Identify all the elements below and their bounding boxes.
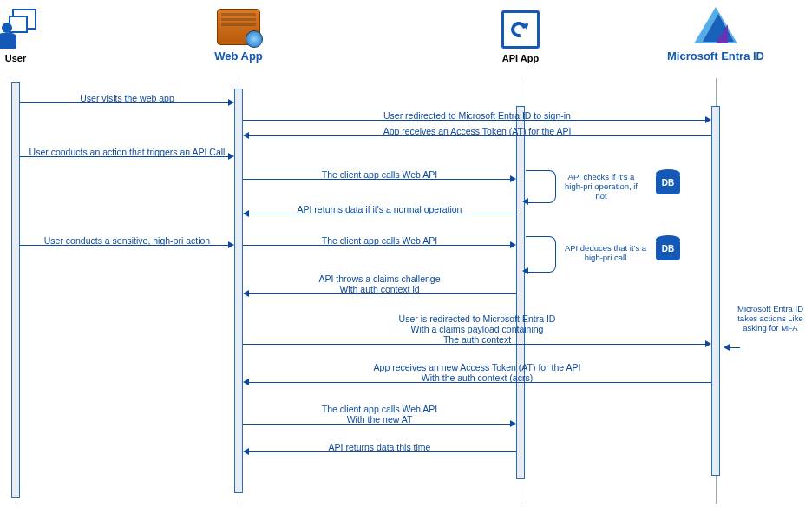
msg-m11: App receives an new Access Token (AT) fo…	[243, 363, 711, 384]
arrow-line-m1	[20, 102, 228, 103]
actor-user-label: User	[0, 53, 68, 63]
actor-web-app: Web App	[187, 9, 291, 63]
arrow-head-m6	[243, 210, 249, 217]
arrow-line-m5	[243, 179, 510, 180]
api-self-call-2-head	[522, 267, 528, 274]
note-n2: API deduces that it's a high-pri call	[562, 243, 649, 262]
arrow-head-m9	[243, 290, 249, 297]
arrow-line-m6	[249, 214, 516, 214]
actor-entra: Microsoft Entra ID	[664, 7, 768, 63]
actor-api-label: API App	[468, 53, 573, 63]
user-icon	[0, 7, 36, 49]
activation-entra	[711, 106, 720, 476]
msg-m10: User is redirected to Microsoft Entra ID…	[243, 314, 711, 346]
arrow-head-m8	[510, 241, 516, 248]
arrow-line-m9	[249, 293, 516, 294]
arrow-line-m4	[20, 156, 228, 157]
arrow-line-m8	[243, 245, 510, 246]
database-icon-db2	[656, 240, 680, 260]
arrow-head-m13	[243, 448, 249, 455]
arrow-line-m7	[20, 245, 228, 246]
activation-api	[516, 106, 525, 479]
arrow-head-m5	[510, 175, 516, 182]
arrow-line-m11	[249, 382, 711, 383]
msg-m9: API throws a claims challengeWith auth c…	[243, 274, 516, 295]
arrow-head-m11	[243, 379, 249, 386]
api-self-call-2	[526, 236, 556, 273]
api-self-call-1	[526, 170, 556, 203]
arrow-line-m13	[249, 451, 516, 452]
arrow-head-m2	[705, 116, 711, 123]
api-icon	[501, 10, 540, 49]
arrow-head-m10	[705, 340, 711, 347]
msg-m12: The client app calls Web APIWith the new…	[243, 405, 516, 425]
entra-action-arrow	[724, 344, 730, 351]
activation-web	[234, 89, 243, 493]
sequence-diagram: User Web App API App Microsoft Entra ID …	[0, 0, 812, 514]
arrow-head-m7	[228, 241, 234, 248]
note-n1: API checks if it's a high-pri operation,…	[562, 172, 640, 201]
actor-web-label: Web App	[187, 49, 291, 63]
server-icon	[217, 9, 260, 45]
arrow-head-m3	[243, 132, 249, 139]
entra-icon	[694, 7, 737, 45]
actor-entra-label: Microsoft Entra ID	[664, 49, 768, 63]
arrow-line-m2	[243, 120, 705, 121]
arrow-head-m1	[228, 99, 234, 106]
arrow-line-m12	[243, 424, 510, 425]
note-n3: Microsoft Entra ID takes actions Like as…	[734, 304, 807, 333]
api-self-call-1-head	[522, 198, 528, 205]
activation-user	[11, 82, 20, 498]
actor-api-app: API App	[468, 10, 573, 63]
database-icon-db1	[656, 174, 680, 194]
actor-user: User	[0, 7, 68, 63]
arrow-head-m12	[510, 420, 516, 427]
arrow-line-m3	[249, 135, 711, 136]
arrow-line-m10	[243, 344, 705, 345]
entra-action-line	[730, 347, 740, 348]
arrow-head-m4	[228, 153, 234, 160]
